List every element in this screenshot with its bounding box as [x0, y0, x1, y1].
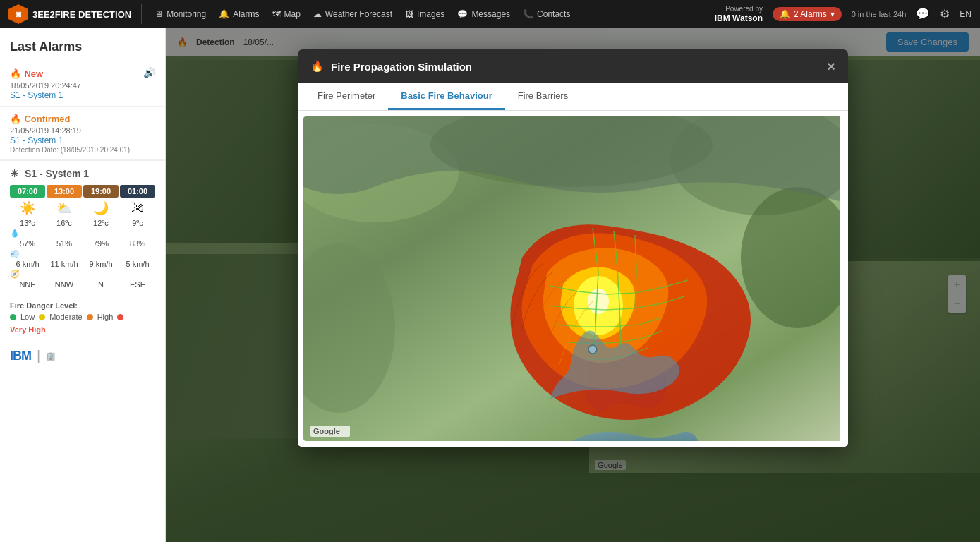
humidity-icon: 💧: [10, 229, 20, 238]
danger-dots: Low Moderate High Very High: [10, 313, 155, 334]
cloud-icon: ☁: [313, 9, 322, 19]
message-icon: 💬: [457, 9, 468, 19]
fire-propagation-svg: Google: [303, 116, 840, 441]
tab-fire-barriers[interactable]: Fire Barriers: [505, 83, 581, 110]
dot-low: [10, 314, 16, 320]
fire-map-container: Google: [303, 116, 842, 441]
weather-hum-0: 57%: [10, 239, 45, 248]
modal-title-area: 🔥 Fire Propagation Simulation: [310, 60, 472, 73]
alarm-icon: 🔔: [219, 9, 229, 19]
alarm-fire-icon-2: 🔥: [10, 114, 21, 124]
chevron-down-icon: ▾: [830, 9, 835, 19]
modal-close-button[interactable]: ×: [827, 59, 835, 73]
top-navigation: ▣ 3EE2FIRE DETECTION 🖥 Monitoring 🔔 Alar…: [0, 0, 980, 28]
nav-contacts[interactable]: 📞 Contacts: [523, 9, 570, 19]
weather-dir-0: NNE: [10, 280, 45, 289]
weather-temp-3: 9ºc: [120, 219, 155, 227]
gear-icon[interactable]: ⚙: [940, 7, 950, 20]
map-icon: 🗺: [272, 9, 281, 19]
modal-title: Fire Propagation Simulation: [331, 61, 472, 73]
weather-icon-2: 🌙: [83, 200, 119, 216]
weather-time-0: 07:00: [10, 185, 45, 198]
weather-temp-2: 12ºc: [83, 219, 119, 227]
speaker-icon[interactable]: 🔊: [143, 67, 155, 78]
weather-humidity-label: 💧: [10, 229, 155, 238]
weather-dir-1: NNW: [47, 280, 82, 289]
svg-text:Google: Google: [313, 427, 340, 435]
ibm-sub: 🏢: [46, 351, 56, 361]
alarm-1-system: S1 - System 1: [10, 90, 81, 100]
high-label: High: [97, 313, 114, 321]
weather-wind-row: 6 km/h 11 km/h 9 km/h 5 km/h: [10, 260, 155, 268]
monitor-icon: 🖥: [155, 9, 163, 19]
nav-images[interactable]: 🖼 Images: [405, 9, 444, 19]
weather-wind-1: 11 km/h: [47, 260, 82, 268]
modal-tabs: Fire Perimeter Basic Fire Behaviour Fire…: [298, 83, 848, 111]
weather-dir-3: ESE: [120, 280, 155, 289]
modal-overlay: 🔥 Fire Propagation Simulation × Fire Per…: [166, 28, 980, 542]
alarm-1-date: 18/05/2019 20:24:47: [10, 81, 81, 90]
alarm-1-status: New: [24, 68, 43, 79]
weather-time-2: 19:00: [83, 185, 119, 198]
nav-alarms[interactable]: 🔔 Alarms: [219, 9, 259, 19]
weather-dir-2: N: [83, 280, 119, 289]
ibm-text: IBM: [10, 349, 31, 363]
weather-temp-1: 16ºc: [47, 219, 82, 227]
logo-hex: ▣: [8, 4, 28, 24]
alarm-2-info: 🔥 Confirmed 21/05/2019 14:28:19 S1 - Sys…: [10, 112, 130, 154]
weather-hum-1: 51%: [47, 239, 82, 248]
nav-monitoring[interactable]: 🖥 Monitoring: [155, 9, 206, 19]
low-label: Low: [20, 313, 35, 321]
dot-moderate: [39, 314, 45, 320]
app-name: 3EE2FIRE DETECTION: [32, 9, 131, 20]
tab-basic-fire-behaviour[interactable]: Basic Fire Behaviour: [388, 83, 504, 110]
nav-weather[interactable]: ☁ Weather Forecast: [313, 9, 392, 19]
language-selector[interactable]: EN: [960, 9, 972, 19]
alarm-item-1[interactable]: 🔥 New 18/05/2019 20:24:47 S1 - System 1 …: [0, 61, 165, 107]
weather-section: ☀ S1 - System 1 07:00 13:00 19:00 01:00 …: [0, 160, 165, 297]
very-high-label: Very High: [10, 325, 46, 334]
tab-fire-perimeter[interactable]: Fire Perimeter: [305, 83, 388, 110]
weather-wind-2: 9 km/h: [83, 260, 119, 268]
weather-winddir-row: NNE NNW N ESE: [10, 280, 155, 289]
alarm-1-info: 🔥 New 18/05/2019 20:24:47 S1 - System 1: [10, 67, 81, 100]
alarm-badge[interactable]: 🔔 2 Alarms ▾: [773, 7, 842, 21]
sidebar: Last Alarms 🔥 New 18/05/2019 20:24:47 S1…: [0, 28, 166, 542]
weather-times-row: 07:00 13:00 19:00 01:00: [10, 185, 155, 198]
nav-map[interactable]: 🗺 Map: [272, 9, 301, 19]
sun-icon: ☀: [10, 168, 19, 179]
weather-temp-row: 13ºc 16ºc 12ºc 9ºc: [10, 219, 155, 227]
alarm-2-system: S1 - System 1: [10, 136, 130, 145]
dot-high: [87, 314, 93, 320]
alarm-item-2[interactable]: 🔥 Confirmed 21/05/2019 14:28:19 S1 - Sys…: [0, 107, 165, 160]
image-icon: 🖼: [405, 9, 413, 19]
sidebar-title: Last Alarms: [0, 35, 165, 61]
weather-icons-row: ☀️ ⛅ 🌙 🌬: [10, 200, 155, 216]
weather-winddir-label: 🧭: [10, 270, 155, 279]
modal-body: Google: [298, 111, 848, 447]
moderate-label: Moderate: [49, 313, 82, 321]
weather-wind-0: 6 km/h: [10, 260, 45, 268]
divider: |: [37, 348, 40, 364]
modal-header: 🔥 Fire Propagation Simulation ×: [298, 49, 848, 83]
weather-icon-0: ☀️: [10, 200, 45, 216]
alarm-bell-icon: 🔔: [780, 9, 790, 19]
wind-icon: 💨: [10, 249, 20, 258]
weather-header: ☀ S1 - System 1: [10, 168, 155, 179]
chat-icon[interactable]: 💬: [916, 7, 930, 20]
alarm-2-status: Confirmed: [24, 114, 70, 124]
main-layout: Last Alarms 🔥 New 18/05/2019 20:24:47 S1…: [0, 28, 980, 542]
alarm-2-date: 21/05/2019 14:28:19: [10, 126, 130, 135]
topnav-right: Powered by IBM Watson 🔔 2 Alarms ▾ 0 in …: [715, 5, 972, 23]
fire-danger-section: Fire Danger Level: Low Moderate High Ver…: [0, 297, 165, 341]
weather-humidity-row: 57% 51% 79% 83%: [10, 239, 155, 248]
fire-sim-icon: 🔥: [310, 60, 324, 73]
nav-messages[interactable]: 💬 Messages: [457, 9, 510, 19]
weather-icon-3: 🌬: [120, 200, 155, 216]
alarm-2-detection: Detection Date: (18/05/2019 20:24:01): [10, 146, 130, 154]
ibm-logo: IBM | 🏢: [0, 341, 165, 371]
weather-time-3: 01:00: [120, 185, 155, 198]
powered-by: Powered by IBM Watson: [715, 5, 763, 23]
content-area: 🔥 Detection 18/05/... Save Changes Googl…: [166, 28, 980, 542]
weather-hum-2: 79%: [83, 239, 119, 248]
